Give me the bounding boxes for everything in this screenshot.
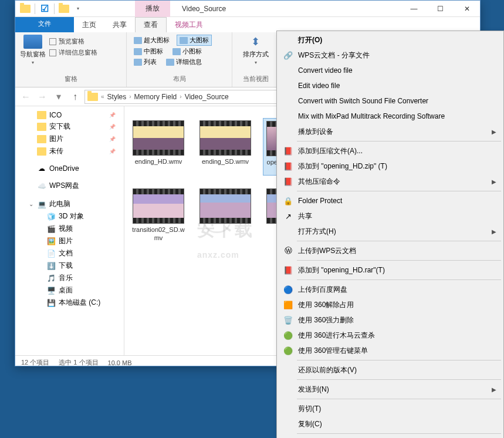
context-menu-item[interactable]: 🗑️使用 360强力删除 <box>278 312 502 328</box>
file-name: ending_HD.wmv <box>135 158 182 166</box>
context-menu-item[interactable]: 🔵上传到百度网盘 <box>278 282 502 297</box>
view-small[interactable]: 小图标 <box>170 46 204 56</box>
crumb[interactable]: Video_Source <box>182 93 231 101</box>
tree-item[interactable]: ›📄文档 <box>15 247 124 260</box>
tree-item[interactable]: ⌄💻此电脑 <box>15 198 124 210</box>
qat-dropdown[interactable]: ▾ <box>72 2 84 15</box>
context-menu-item[interactable]: 🔒Folder Protect <box>278 193 502 208</box>
preview-pane-toggle[interactable]: 预览窗格 <box>49 37 97 46</box>
tree-item[interactable]: ›🧊3D 对象 <box>15 210 124 223</box>
nav-tree[interactable]: ›ICO›安下载›图片›未传›☁OneDrive›☁️WPS网盘⌄💻此电脑›🧊3… <box>15 106 124 355</box>
rar-icon: 📕 <box>280 266 296 275</box>
file-item[interactable] <box>196 186 255 244</box>
menu-label: 使用 360强力删除 <box>296 315 496 325</box>
tab-view[interactable]: 查看 <box>135 17 167 32</box>
properties-icon[interactable]: ☑ <box>38 2 51 15</box>
menu-label: 还原以前的版本(V) <box>296 365 496 375</box>
tree-item[interactable]: ›图片 <box>15 133 124 145</box>
menu-label: 添加到 "opening_HD.rar"(T) <box>296 265 496 275</box>
file-name: transition02_SD.wmv <box>131 226 185 241</box>
file-item[interactable]: ending_HD.wmv <box>129 118 188 176</box>
context-menu-item[interactable]: ↗共享 <box>278 208 502 224</box>
sort-by-button[interactable]: ⬍ 排序方式 ▾ <box>243 35 269 65</box>
status-selected: 选中 1 个项目 <box>59 358 98 367</box>
context-menu-item[interactable]: 打开方式(H)▶ <box>278 224 502 239</box>
tree-item[interactable]: ›ICO <box>15 110 124 120</box>
crumb[interactable]: Styles <box>105 93 129 101</box>
tab-share[interactable]: 共享 <box>104 17 135 32</box>
view-details[interactable]: 详细信息 <box>164 57 204 67</box>
context-menu: 打开(O)🔗WPS云文档 - 分享文件Convert video fileEdi… <box>276 31 504 438</box>
context-menu-item[interactable]: 🟢使用 360管理右键菜单 <box>278 343 502 358</box>
context-menu-item[interactable]: 🟢使用 360进行木马云查杀 <box>278 328 502 343</box>
context-menu-item[interactable]: 剪切(T) <box>278 401 502 416</box>
tab-file[interactable]: 文件 <box>15 17 74 32</box>
tab-home[interactable]: 主页 <box>74 17 104 32</box>
tree-item[interactable]: ›🎵音乐 <box>15 272 124 284</box>
context-menu-item[interactable]: 创建快捷方式(S) <box>278 436 502 438</box>
context-menu-item[interactable]: 🟧使用 360解除占用 <box>278 297 502 312</box>
context-menu-item[interactable]: Convert with Switch Sound File Converter <box>278 93 502 109</box>
view-extra-large[interactable]: 超大图标 <box>131 35 172 46</box>
wps-cloud-icon: Ⓦ <box>280 245 296 256</box>
contextual-play-tab[interactable]: 播放 <box>135 1 170 17</box>
nav-forward: → <box>35 90 49 104</box>
tree-item[interactable]: ›☁️WPS网盘 <box>15 180 124 192</box>
file-item[interactable]: ending_SD.wmv <box>196 118 255 176</box>
context-menu-item[interactable]: Ⓦ上传到WPS云文档 <box>278 243 502 258</box>
nav-back[interactable]: ← <box>19 90 33 104</box>
context-menu-item[interactable]: 📕其他压缩命令▶ <box>278 174 502 189</box>
360-green-icon: 🟢 <box>280 331 296 340</box>
menu-label: Mix with MixPad Multitrack Recording Sof… <box>296 112 496 120</box>
context-menu-item[interactable]: Edit video file <box>278 78 502 93</box>
minimize-button[interactable]: — <box>401 1 427 17</box>
tree-item[interactable]: ›☁OneDrive <box>15 163 124 174</box>
nav-pane-button[interactable]: 导航窗格 ▾ <box>20 35 46 65</box>
menu-label: 发送到(N) <box>296 385 492 395</box>
quick-access-toolbar: ☑ ▾ <box>15 2 84 15</box>
360-del-icon: 🗑️ <box>280 316 296 325</box>
file-name: ending_SD.wmv <box>202 158 249 166</box>
tree-item[interactable]: ›安下载 <box>15 120 124 133</box>
tree-item[interactable]: ›🖥️桌面 <box>15 284 124 297</box>
tab-video-tools[interactable]: 视频工具 <box>167 17 211 32</box>
group-panes-label: 窗格 <box>20 73 121 85</box>
menu-label: 添加到压缩文件(A)... <box>296 146 496 156</box>
share-icon: ↗ <box>280 212 296 221</box>
tree-item[interactable]: ›🎬视频 <box>15 223 124 235</box>
view-list[interactable]: 列表 <box>131 57 159 67</box>
details-pane-toggle[interactable]: 详细信息窗格 <box>49 48 97 57</box>
context-menu-item[interactable]: 播放到设备▶ <box>278 124 502 139</box>
nav-up[interactable]: ↑ <box>68 90 82 104</box>
view-medium[interactable]: 中图标 <box>131 46 165 56</box>
close-button[interactable]: ✕ <box>454 1 480 17</box>
new-folder-icon[interactable] <box>57 2 70 15</box>
context-menu-item[interactable]: 📕添加到压缩文件(A)... <box>278 143 502 159</box>
context-menu-item[interactable]: Mix with MixPad Multitrack Recording Sof… <box>278 109 502 124</box>
tree-item[interactable]: ›未传 <box>15 145 124 157</box>
menu-label: 剪切(T) <box>296 404 496 414</box>
context-menu-item[interactable]: 打开(O) <box>278 32 502 48</box>
context-menu-item[interactable]: 📕添加到 "opening_HD.rar"(T) <box>278 262 502 278</box>
chevron-right-icon: ▶ <box>492 386 496 393</box>
context-menu-item[interactable]: 📕添加到 "opening_HD.zip" (T) <box>278 159 502 174</box>
menu-label: Convert with Switch Sound File Converter <box>296 97 496 105</box>
context-menu-item[interactable]: 🔗WPS云文档 - 分享文件 <box>278 48 502 63</box>
tree-item[interactable]: ›⬇️下载 <box>15 260 124 272</box>
crumb[interactable]: Memory Field <box>132 93 180 101</box>
file-item[interactable]: transition02_SD.wmv <box>129 186 188 244</box>
chevron-right-icon: ▶ <box>492 129 496 135</box>
nav-recent[interactable]: ▾ <box>52 90 66 104</box>
tree-item[interactable]: ›💾本地磁盘 (C:) <box>15 297 124 309</box>
status-size: 10.0 MB <box>108 359 132 366</box>
menu-label: WPS云文档 - 分享文件 <box>296 50 496 60</box>
context-menu-item[interactable]: 还原以前的版本(V) <box>278 362 502 378</box>
menu-label: Convert video file <box>296 66 496 75</box>
context-menu-item[interactable]: 发送到(N)▶ <box>278 382 502 397</box>
context-menu-item[interactable]: 复制(C) <box>278 416 502 432</box>
context-menu-item[interactable]: Convert video file <box>278 63 502 78</box>
tree-item[interactable]: ›🖼️图片 <box>15 235 124 247</box>
maximize-button[interactable]: ☐ <box>427 1 454 17</box>
view-large[interactable]: 大图标 <box>177 35 212 46</box>
group-current-view-label: 当前视图 <box>237 73 274 85</box>
